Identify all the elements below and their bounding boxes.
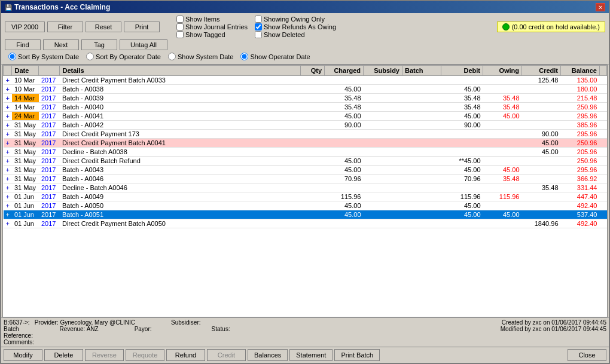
payor-section: Payor:	[135, 326, 152, 332]
table-row[interactable]: +31 May2017Direct Credit Batch Refund45.…	[4, 157, 607, 166]
tag-button[interactable]: Tag	[81, 39, 117, 50]
show-refunds-checkbox[interactable]	[255, 23, 262, 30]
show-operator-date-radio[interactable]	[240, 53, 248, 60]
payor-label: Payor:	[135, 326, 152, 332]
revenue-value: ANZ	[87, 326, 99, 332]
untag-all-button[interactable]: Untag All	[120, 39, 167, 50]
reverse-button[interactable]: Reverse	[85, 349, 124, 361]
subsidiser-section: Subsidiser:	[171, 319, 200, 326]
table-row[interactable]: +14 Mar2017Batch - A003935.4835.4835.482…	[4, 94, 607, 103]
modified-label: Modified by zxc on 01/06/2017 09:44:45	[501, 326, 606, 332]
subsidiser-label: Subsidiser:	[171, 319, 200, 326]
table-row[interactable]: +01 Jun2017Batch - A005145.0045.0045.005…	[4, 210, 607, 219]
showing-owing-checkbox-item: Showing Owing Only	[255, 16, 336, 23]
show-deleted-label: Show Deleted	[264, 31, 305, 38]
show-journal-checkbox[interactable]	[176, 23, 184, 30]
credit-button[interactable]: Credit	[207, 349, 246, 361]
col-charged-header: Charged	[325, 66, 364, 76]
statement-button[interactable]: Statement	[289, 349, 333, 361]
table-row[interactable]: +01 Jun2017Batch - A005045.0045.00492.40	[4, 201, 607, 210]
close-button[interactable]: Close	[568, 349, 606, 361]
show-operator-date-label: Show Operator Date	[250, 53, 310, 60]
sort-operator-date-label: Sort By Operator Date	[96, 53, 161, 60]
show-tagged-label: Show Tagged	[185, 31, 225, 38]
col-balance-header: Balance	[561, 66, 600, 76]
print-button[interactable]: Print	[124, 22, 160, 32]
status-label: Status:	[212, 326, 230, 332]
b-label: B:6637->:	[4, 319, 30, 326]
col-plus-header	[4, 66, 12, 76]
show-tagged-checkbox[interactable]	[176, 31, 184, 38]
show-items-checkbox-item: Show Items	[176, 16, 248, 23]
showing-owing-label: Showing Owing Only	[264, 16, 325, 23]
col-date-header: Date	[12, 66, 39, 76]
radio-row: Sort By System Date Sort By Operator Dat…	[5, 51, 605, 62]
status-section: Status:	[212, 326, 230, 332]
table-row[interactable]: +31 May2017Decline - Batch A004635.48331…	[4, 183, 607, 192]
show-system-date-radio[interactable]	[168, 53, 176, 60]
show-operator-date-radio-item: Show Operator Date	[240, 53, 310, 60]
table-row[interactable]: +31 May2017Batch - A004345.0045.0045.002…	[4, 166, 607, 175]
bottom-bar: Modify Delete Reverse Requote Refund Cre…	[1, 347, 609, 363]
table-row[interactable]: +31 May2017Direct Credit Payment Batch A…	[4, 139, 607, 148]
provider-section: Provider: Gynecology, Mary @CLINIC	[35, 319, 135, 326]
main-window: 💾 Transactions - Acc Claiming ✕ VIP 2000…	[0, 0, 610, 364]
status-row-1: B:6637->: Provider: Gynecology, Mary @CL…	[4, 319, 606, 326]
find-button[interactable]: Find	[5, 39, 41, 50]
sort-operator-date-radio-item: Sort By Operator Date	[86, 53, 161, 60]
balances-button[interactable]: Balances	[248, 349, 288, 361]
transactions-table-container[interactable]: Date Details Qty Charged Subsidy Batch D…	[2, 65, 608, 317]
modify-button[interactable]: Modify	[4, 349, 42, 361]
toolbar: VIP 2000 Filter Reset Print Show Items S…	[1, 13, 609, 65]
sort-system-date-label: Sort By System Date	[18, 53, 79, 60]
print-batch-button[interactable]: Print Batch	[334, 349, 380, 361]
show-system-date-radio-item: Show System Date	[168, 53, 234, 60]
delete-button[interactable]: Delete	[44, 349, 83, 361]
table-row[interactable]: +31 May2017Direct Credit Payment 17390.0…	[4, 130, 607, 139]
col-credit-header: Credit	[522, 66, 561, 76]
table-row[interactable]: +01 Jun2017Direct Credit Payment Batch A…	[4, 219, 607, 228]
titlebar-icon: 💾	[5, 4, 12, 11]
refund-button[interactable]: Refund	[166, 349, 205, 361]
showing-owing-checkbox[interactable]	[255, 16, 262, 23]
next-button[interactable]: Next	[43, 39, 79, 50]
provider-value: Gynecology, Mary @CLINIC	[60, 319, 135, 326]
revenue-label: Revenue:	[60, 326, 86, 332]
sort-operator-date-radio[interactable]	[86, 53, 94, 60]
table-row[interactable]: +01 Jun2017Batch - A0049115.96115.96115.…	[4, 192, 607, 201]
close-icon[interactable]: ✕	[596, 3, 605, 11]
col-scroll-header	[600, 66, 607, 76]
provider-label: Provider:	[35, 319, 59, 326]
table-row[interactable]: +31 May2017Batch - A004290.0090.00385.96	[4, 121, 607, 130]
comments-label: Comments:	[4, 339, 34, 345]
show-deleted-checkbox[interactable]	[255, 31, 262, 38]
table-row[interactable]: +24 Mar2017Batch - A004145.0045.0045.002…	[4, 112, 607, 121]
reset-button[interactable]: Reset	[86, 22, 121, 32]
show-journal-label: Show Journal Entries	[185, 23, 248, 30]
table-row[interactable]: +31 May2017Decline - Batch A003845.00205…	[4, 148, 607, 157]
status-row-2: Batch Revenue: ANZ Payor: Status: Modifi…	[4, 326, 606, 332]
show-items-checkbox[interactable]	[176, 16, 184, 23]
show-tagged-checkbox-item: Show Tagged	[176, 31, 248, 38]
show-refunds-checkbox-item: Show Refunds As Owing	[255, 23, 336, 30]
table-row[interactable]: +14 Mar2017Batch - A004035.4835.4835.482…	[4, 103, 607, 112]
filter-button[interactable]: Filter	[47, 22, 83, 32]
sort-system-date-radio-item: Sort By System Date	[8, 53, 79, 60]
col-year-header	[39, 66, 60, 76]
vip2000-button[interactable]: VIP 2000	[5, 22, 45, 32]
revenue-section: Revenue: ANZ	[60, 326, 99, 332]
sort-system-date-radio[interactable]	[8, 53, 16, 60]
table-row[interactable]: +10 Mar2017Batch - A003845.0045.00180.00	[4, 85, 607, 94]
reference-label: Reference:	[4, 332, 33, 339]
credit-info: (0.00 credit on hold available.)	[497, 22, 605, 32]
col-qty-header: Qty	[301, 66, 325, 76]
table-row[interactable]: +10 Mar2017Direct Credit Payment Batch A…	[4, 76, 607, 85]
window-title: Transactions - Acc Claiming	[14, 3, 110, 11]
show-system-date-label: Show System Date	[178, 53, 234, 60]
requote-button[interactable]: Requote	[126, 349, 164, 361]
table-row[interactable]: +31 May2017Batch - A004670.9670.9635.483…	[4, 175, 607, 183]
created-label: Created by zxc on 01/06/2017 09:44:45	[502, 319, 606, 326]
show-refunds-label: Show Refunds As Owing	[264, 23, 336, 30]
status-row-comments: Comments:	[4, 339, 606, 345]
show-items-label: Show Items	[185, 16, 219, 23]
